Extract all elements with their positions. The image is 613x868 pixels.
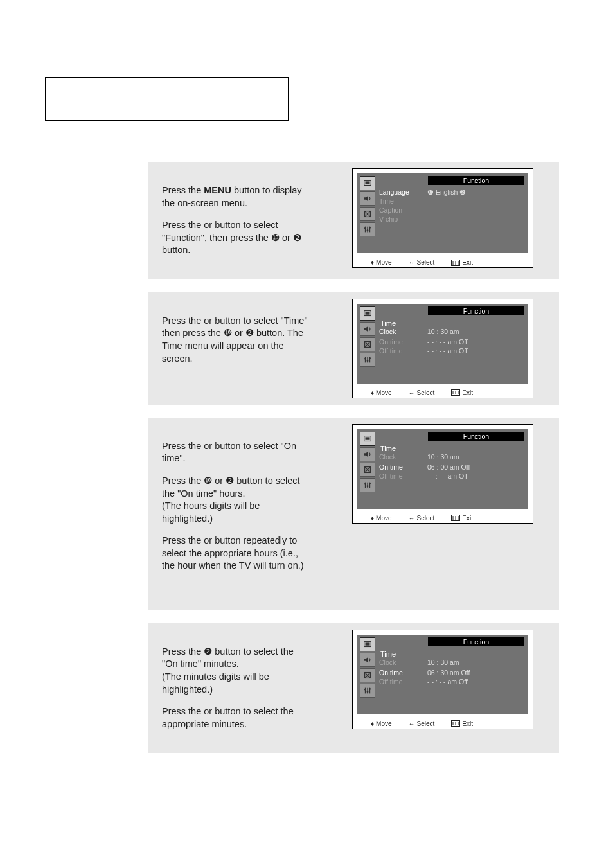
osd-row-value: 06 : 30 am Off <box>427 669 470 677</box>
osd-footer: ♦Move ↔Select Exit <box>353 388 533 398</box>
osd-row-label: Off time <box>379 347 427 355</box>
menu-glyph-icon <box>451 260 460 266</box>
osd-figure-3: Function Time Clock10 : 30 am On time06 … <box>352 424 533 524</box>
foot-exit-label: Exit <box>462 515 473 522</box>
sound-icon <box>360 447 375 461</box>
osd-row-value: 10 : 30 am <box>427 328 459 335</box>
osd-row-label: Off time <box>379 678 427 686</box>
picture-icon <box>360 176 375 190</box>
function-icon <box>360 222 375 236</box>
channel-icon <box>360 463 375 477</box>
foot-exit-label: Exit <box>462 720 473 727</box>
text: Press the ❷ button to select the "On tim… <box>162 646 311 696</box>
osd-row-label: Clock <box>379 659 427 666</box>
osd-icon-column <box>360 637 374 699</box>
osd-row-label: Language <box>379 188 427 196</box>
osd-icon-column <box>360 432 374 493</box>
sound-icon <box>360 322 375 336</box>
svg-point-26 <box>367 360 369 362</box>
osd-row-value: ❿ English ❷ <box>427 188 466 196</box>
channel-icon <box>360 207 375 221</box>
svg-rect-17 <box>366 312 370 314</box>
osd-row-value: - - : - - am Off <box>427 338 468 346</box>
svg-marker-50 <box>364 657 368 662</box>
foot-exit-label: Exit <box>462 389 473 396</box>
step-3: Press the or button to select "On time".… <box>148 418 559 610</box>
text: Press the <box>162 185 204 195</box>
osd-footer: ♦Move ↔Select Exit <box>353 258 533 267</box>
text: Press the or button to select "Function"… <box>162 219 311 257</box>
osd-row-value: - - : - - am Off <box>427 472 468 480</box>
page: Press the MENU button to display the on-… <box>0 0 613 804</box>
osd-panel: Function Time Clock10 : 30 am On time06 … <box>357 635 528 714</box>
foot-move-label: Move <box>376 389 391 396</box>
foot-move-label: Move <box>376 720 391 727</box>
osd-icon-column <box>360 306 374 368</box>
osd-panel: Function Time Clock10 : 30 am On time06 … <box>357 429 528 509</box>
svg-marker-18 <box>364 326 368 332</box>
foot-select-label: Select <box>417 515 435 522</box>
svg-marker-34 <box>364 451 368 457</box>
osd-row-value: 10 : 30 am <box>427 659 459 666</box>
svg-point-11 <box>369 227 371 229</box>
osd-footer: ♦Move ↔Select Exit <box>353 719 533 729</box>
osd-banner: Function <box>428 176 524 185</box>
osd-row-label: Clock <box>379 328 427 335</box>
step-1: Press the MENU button to display the on-… <box>148 162 559 279</box>
svg-point-25 <box>364 358 366 360</box>
step-3-text: Press the or button to select "On time".… <box>148 418 317 595</box>
picture-icon <box>360 637 375 651</box>
text: Press the or button to select "Time" the… <box>162 315 311 365</box>
foot-exit: Exit <box>451 259 473 266</box>
osd-row-label: Clock <box>379 453 427 461</box>
osd-figure-4: Function Time Clock10 : 30 am On time06 … <box>352 630 533 729</box>
foot-move-label: Move <box>376 259 391 266</box>
osd-row-label: On time <box>379 338 427 346</box>
svg-point-9 <box>364 227 366 229</box>
osd-panel: Function Language❿ English ❷ Time- Capti… <box>357 173 528 253</box>
osd-row-label: Off time <box>379 472 427 480</box>
osd-row-label: Time <box>379 197 427 205</box>
osd-subtitle: Time <box>380 445 526 452</box>
function-icon <box>360 684 375 698</box>
foot-select-label: Select <box>417 389 435 396</box>
osd-footer: ♦Move ↔Select Exit <box>353 513 533 523</box>
osd-banner: Function <box>428 306 524 315</box>
svg-point-43 <box>369 483 371 484</box>
osd-row-label: On time <box>379 669 427 677</box>
osd-banner: Function <box>428 432 524 441</box>
text: Press the or button to select "On time". <box>162 440 311 465</box>
osd-panel: Function Time Clock10 : 30 am On time- -… <box>357 304 528 384</box>
osd-row-value: - <box>427 206 430 214</box>
step-1-text: Press the MENU button to display the on-… <box>148 162 317 279</box>
osd-row-value: 06 : 00 am Off <box>427 463 470 471</box>
osd-row-value: - - : - - am Off <box>427 678 468 686</box>
function-icon <box>360 353 375 367</box>
osd-row-value: - <box>427 215 430 223</box>
osd-row-value: - - : - - am Off <box>427 347 468 355</box>
foot-move-label: Move <box>376 515 391 522</box>
channel-icon <box>360 668 375 682</box>
foot-select-label: Select <box>417 259 435 266</box>
svg-rect-1 <box>366 181 370 184</box>
sound-icon <box>360 653 375 667</box>
osd-subtitle: Time <box>380 650 526 658</box>
osd-row-value: 10 : 30 am <box>427 453 459 461</box>
function-icon <box>360 478 375 492</box>
svg-point-59 <box>369 688 371 690</box>
foot-select: ↔Select <box>409 259 435 266</box>
title-frame <box>45 77 289 121</box>
channel-icon <box>360 337 375 351</box>
osd-banner: Function <box>428 637 524 646</box>
picture-icon <box>360 306 375 321</box>
step-4-text: Press the ❷ button to select the "On tim… <box>148 623 317 753</box>
osd-figure-1: Function Language❿ English ❷ Time- Capti… <box>352 168 533 268</box>
svg-rect-33 <box>366 437 370 439</box>
svg-point-42 <box>367 485 369 487</box>
svg-point-57 <box>364 689 366 691</box>
svg-point-41 <box>364 483 366 485</box>
osd-subtitle: Time <box>380 319 526 327</box>
step-4: Press the ❷ button to select the "On tim… <box>148 623 559 753</box>
osd-row-label: V-chip <box>379 215 427 223</box>
picture-icon <box>360 432 375 446</box>
